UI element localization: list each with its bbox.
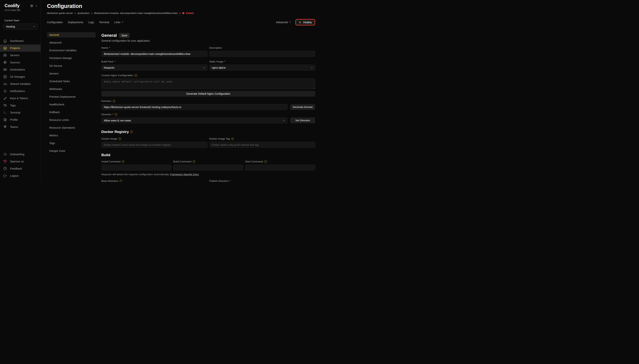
deploy-button[interactable]: Deploy [295, 19, 315, 26]
git-source-icon [3, 60, 7, 64]
breadcrumb: illicitonion quote server production ill… [47, 12, 315, 14]
tab-terminal[interactable]: Terminal [99, 21, 109, 24]
submenu-item-webhooks[interactable]: Webhooks [47, 86, 96, 92]
key-icon [3, 96, 7, 100]
submenu-item-environment-variables[interactable]: Environment Variables [47, 48, 96, 53]
theme-switcher-chevrons-icon[interactable] [35, 4, 38, 8]
static-image-label: Static Image [209, 60, 225, 63]
build-heading: Build [101, 153, 110, 157]
description-input[interactable] [209, 51, 315, 57]
submenu-item-scheduled-tasks[interactable]: Scheduled Tasks [47, 79, 96, 84]
info-icon[interactable] [130, 130, 133, 133]
user-circle-icon [3, 118, 7, 122]
coolify-app: Coolify v4.0.0-beta.399 Current Team Hos… [0, 0, 320, 182]
sidebar-item-notifications[interactable]: Notifications [0, 88, 41, 95]
sidebar-item-teams[interactable]: Teams [0, 123, 41, 130]
sidebar-item-terminal[interactable]: Terminal [0, 109, 41, 116]
info-icon[interactable] [231, 138, 234, 140]
team-select[interactable]: Hosting [3, 24, 38, 30]
sidebar-item-s3-storages[interactable]: S3 Storages [0, 73, 41, 80]
sidebar-item-shared-variables[interactable]: (x) Shared Variables [0, 80, 41, 88]
map-icon [3, 68, 7, 72]
chevron-down-icon [283, 119, 285, 122]
sidebar-item-sources[interactable]: Sources [0, 59, 41, 66]
chevron-right-icon [91, 12, 92, 14]
heart-icon [3, 159, 7, 164]
submenu-item-advanced[interactable]: Advanced [47, 40, 96, 45]
breadcrumb-application[interactable]: illicitestonion/-module--decomposition:m… [94, 12, 178, 14]
tab-logs[interactable]: Logs [88, 21, 94, 24]
chevron-down-icon [310, 66, 313, 69]
save-button[interactable]: Save [119, 33, 130, 38]
info-icon[interactable] [115, 113, 117, 116]
info-icon[interactable] [113, 100, 115, 102]
submenu-item-danger-zone[interactable]: Danger Zone [47, 148, 96, 154]
info-icon[interactable] [122, 160, 124, 163]
tabs-row: Configuration Deployments Logs Terminal … [47, 19, 315, 26]
sidebar-nav: Dashboard Projects Servers Sources Desti… [0, 37, 41, 130]
bell-icon [3, 89, 7, 93]
info-icon[interactable] [119, 138, 121, 140]
submenu-item-servers[interactable]: Servers [47, 71, 96, 76]
general-subtitle: General configuration for your applicati… [101, 39, 315, 42]
name-input[interactable] [101, 51, 207, 57]
status-text: Exited [186, 12, 194, 14]
help-icon [3, 166, 7, 171]
submenu-item-healthcheck[interactable]: Healthcheck [47, 102, 96, 107]
sidebar-item-onboarding[interactable]: Onboarding [0, 151, 41, 158]
generate-domain-button[interactable]: Generate Domain [290, 104, 315, 110]
sidebar-item-logout[interactable]: Logout [0, 172, 41, 179]
sidebar-item-feedback[interactable]: Feedback [0, 165, 41, 172]
docker-image-tag-input[interactable] [209, 142, 315, 148]
info-icon[interactable] [264, 160, 267, 163]
submenu-item-tags[interactable]: Tags [47, 140, 96, 146]
tab-links[interactable]: Links [114, 21, 124, 24]
install-command-input[interactable] [101, 165, 171, 170]
custom-nginx-textarea[interactable] [101, 78, 315, 89]
static-image-select[interactable]: nginx:alpine [209, 65, 315, 70]
nixpacks-note: Nixpacks will detect the required config… [101, 173, 315, 176]
framework-docs-link[interactable]: Framework Specific Docs [170, 173, 199, 176]
breadcrumb-project[interactable]: illicitonion quote server [47, 12, 73, 14]
docker-image-tag-label: Docker Image Tag [209, 137, 230, 140]
sidebar-item-projects[interactable]: Projects [0, 44, 41, 52]
sidebar-item-tags[interactable]: Tags [0, 102, 41, 109]
sidebar-item-dashboard[interactable]: Dashboard [0, 37, 41, 44]
build-pack-select[interactable]: Nixpacks [101, 65, 207, 70]
sidebar-item-sponsor-us[interactable]: Sponsor us [0, 158, 41, 165]
build-pack-label: Build Pack [101, 60, 115, 63]
name-label: Name [101, 46, 110, 49]
docker-registry-heading: Docker Registry [101, 130, 129, 134]
submenu-item-rollback[interactable]: Rollback [47, 110, 96, 115]
set-direction-button[interactable]: Set Direction [290, 118, 315, 123]
submenu-item-git-source[interactable]: Git Source [47, 63, 96, 68]
submenu-item-general[interactable]: General [47, 32, 96, 38]
sidebar-item-servers[interactable]: Servers [0, 52, 41, 59]
docker-image-input[interactable] [101, 142, 207, 148]
submenu-item-resource-operations[interactable]: Resource Operations [47, 125, 96, 130]
custom-nginx-label: Custom Nginx Configuration [101, 74, 133, 77]
info-icon[interactable] [120, 180, 122, 182]
sidebar-item-profile[interactable]: Profile [0, 116, 41, 123]
submenu-item-preview-deployments[interactable]: Preview Deployments [47, 94, 96, 100]
domains-input[interactable] [101, 104, 287, 110]
advanced-dropdown[interactable]: Advanced [276, 21, 291, 24]
direction-select[interactable]: Allow www & non-www. [101, 118, 287, 123]
theme-sun-icon[interactable] [30, 4, 34, 8]
build-command-input[interactable] [173, 165, 243, 170]
sidebar-item-destinations[interactable]: Destinations [0, 66, 41, 73]
submenu-item-metrics[interactable]: Metrics [47, 133, 96, 138]
info-icon[interactable] [193, 160, 195, 163]
generate-nginx-button[interactable]: Generate Default Nginx Configuration [101, 91, 315, 96]
app-version: v4.0.0-beta.399 [0, 8, 41, 12]
submenu-item-persistent-storage[interactable]: Persistent Storage [47, 56, 96, 61]
start-command-input[interactable] [245, 165, 315, 170]
submenu-item-resource-limits[interactable]: Resource Limits [47, 117, 96, 122]
tab-configuration[interactable]: Configuration [47, 21, 63, 24]
variable-icon: (x) [3, 82, 7, 86]
sidebar-item-keys-tokens[interactable]: Keys & Tokens [0, 95, 41, 102]
info-icon[interactable] [135, 74, 137, 77]
general-heading: General [101, 33, 117, 38]
tab-deployments[interactable]: Deployments [68, 21, 83, 24]
breadcrumb-environment[interactable]: production [78, 12, 90, 14]
